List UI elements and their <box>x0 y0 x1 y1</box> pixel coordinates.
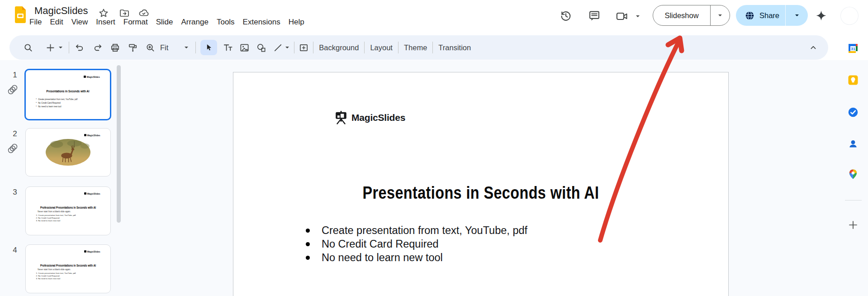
menu-format[interactable]: Format <box>119 16 152 28</box>
toolbar-separator <box>69 42 69 53</box>
google-slides-app: MagicSlides File Edit View Insert Format… <box>0 0 868 296</box>
google-keep-icon[interactable] <box>847 74 859 86</box>
menu-edit[interactable]: Edit <box>46 16 67 28</box>
thumbnail-logo: MagicSlides <box>84 134 100 137</box>
globe-icon <box>745 11 754 20</box>
redo-icon[interactable] <box>92 43 103 53</box>
slide-2-number: 2 <box>10 129 20 138</box>
layout-button[interactable]: Layout <box>370 43 393 52</box>
thumbnail-subtitle: Never start from a blank slide again. <box>38 268 71 271</box>
logo-mark <box>84 76 86 78</box>
menu-tools[interactable]: Tools <box>213 16 239 28</box>
slide-3-number: 3 <box>10 188 20 197</box>
toolbar-separator <box>313 42 313 53</box>
logo-mark <box>84 134 86 136</box>
slide-canvas[interactable]: MagicSlides Presentations in Seconds wit… <box>233 72 729 296</box>
line-options-caret-icon[interactable] <box>285 45 290 50</box>
bullet-marker <box>306 256 310 260</box>
deer-photo <box>45 138 91 166</box>
menu-file[interactable]: File <box>25 16 46 28</box>
bullet-item: No need to learn new tool <box>306 251 527 264</box>
zoom-icon[interactable] <box>145 43 156 53</box>
slide-2-transition-icon[interactable] <box>7 143 18 154</box>
comments-icon[interactable] <box>588 10 601 22</box>
thumbnail-numbered-list: 1. Create presentation from text, YouTub… <box>36 272 76 280</box>
fit-zoom-caret-icon[interactable] <box>184 45 189 50</box>
slideshow-label: Slideshow <box>653 11 710 20</box>
slide-thumbnail-4[interactable]: MagicSlides Professional Presentations i… <box>25 244 111 293</box>
thumbnail-logo: MagicSlides <box>84 250 100 253</box>
version-history-icon[interactable] <box>560 10 572 22</box>
slideshow-button[interactable]: Slideshow <box>653 5 730 26</box>
chevron-down-icon <box>794 13 800 18</box>
paint-format-icon[interactable] <box>128 43 138 53</box>
google-maps-icon[interactable] <box>847 168 859 180</box>
gemini-sparkle-icon[interactable] <box>815 10 827 22</box>
slide-1-transition-icon[interactable] <box>7 84 18 95</box>
magicslides-board-icon <box>335 111 347 124</box>
new-slide-icon[interactable] <box>45 43 56 53</box>
toolbar-separator <box>364 42 365 53</box>
document-title[interactable]: MagicSlides <box>34 5 88 17</box>
slide-4-number: 4 <box>10 246 20 255</box>
thumbnail-title: Professional Presentations in Seconds wi… <box>32 264 104 267</box>
share-options-button[interactable] <box>786 13 808 18</box>
slide-title-textbox[interactable]: Presentations in Seconds with AI <box>275 183 686 203</box>
share-button[interactable]: Share <box>736 5 808 26</box>
logo-mark <box>84 192 86 195</box>
menu-slide[interactable]: Slide <box>152 16 177 28</box>
slide-thumbnail-3[interactable]: MagicSlides Professional Presentations i… <box>25 186 111 235</box>
menu-arrange[interactable]: Arrange <box>177 16 212 28</box>
thumbnail-4-content: MagicSlides Professional Presentations i… <box>26 245 110 293</box>
menu-view[interactable]: View <box>67 16 92 28</box>
user-avatar[interactable] <box>841 7 858 24</box>
toolbar-separator <box>195 42 196 53</box>
thumbnail-subtitle: Never start from a blank slide again. <box>38 210 71 213</box>
slide-thumbnail-1[interactable]: MagicSlides Presentations in Seconds wit… <box>24 69 111 120</box>
filmstrip-scrollbar[interactable] <box>117 65 121 223</box>
slide-thumbnail-2[interactable]: MagicSlides <box>25 128 111 177</box>
hide-menus-icon[interactable] <box>808 43 818 53</box>
svg-text:31: 31 <box>851 47 855 51</box>
toolbar-separator <box>432 42 433 53</box>
thumbnail-logo: MagicSlides <box>84 192 100 195</box>
text-box-tool-icon[interactable] <box>223 43 233 53</box>
thumbnail-logo: MagicSlides <box>84 76 100 78</box>
slide-1-number: 1 <box>10 71 20 80</box>
insert-line-icon[interactable] <box>273 43 283 53</box>
slide-bullet-textbox[interactable]: Create presentation from text, YouTube, … <box>306 224 527 264</box>
google-tasks-icon[interactable] <box>847 106 859 118</box>
slide-logo-text: MagicSlides <box>351 112 405 123</box>
slide-logo[interactable]: MagicSlides <box>335 111 405 124</box>
logo-mark <box>84 250 86 253</box>
fit-zoom-select[interactable]: Fit <box>160 43 168 52</box>
thumbnail-numbered-list: 1. Create presentation from text, YouTub… <box>36 214 76 222</box>
transition-button[interactable]: Transition <box>438 43 471 52</box>
get-addons-icon[interactable] <box>848 220 858 230</box>
insert-placeholder-icon[interactable] <box>299 43 309 53</box>
search-menus-icon[interactable] <box>23 43 33 53</box>
thumbnail-2-content: MagicSlides <box>26 129 110 176</box>
menu-extensions[interactable]: Extensions <box>239 16 285 28</box>
thumbnail-title: Presentations in Seconds with AI <box>32 90 104 93</box>
join-call-icon[interactable] <box>616 10 628 23</box>
google-contacts-icon[interactable] <box>847 138 859 150</box>
print-icon[interactable] <box>110 43 120 53</box>
google-calendar-icon[interactable]: 31 <box>847 43 859 54</box>
thumbnail-title: Professional Presentations in Seconds wi… <box>32 206 104 209</box>
thumbnail-1-content: MagicSlides Presentations in Seconds wit… <box>26 70 110 119</box>
menu-insert[interactable]: Insert <box>92 16 119 28</box>
toolbar-separator <box>294 42 294 53</box>
main-toolbar: Fit Background Layout <box>9 35 828 60</box>
insert-shape-icon[interactable] <box>256 43 266 53</box>
select-tool-button[interactable] <box>200 40 217 55</box>
menu-help[interactable]: Help <box>285 16 308 28</box>
background-button[interactable]: Background <box>319 43 359 52</box>
slideshow-options-button[interactable] <box>711 13 730 18</box>
new-slide-caret-icon[interactable] <box>58 45 63 50</box>
insert-image-icon[interactable] <box>239 43 250 53</box>
theme-button[interactable]: Theme <box>404 43 427 52</box>
bullet-item: Create presentation from text, YouTube, … <box>306 224 527 237</box>
call-options-caret-icon[interactable] <box>635 14 640 19</box>
undo-icon[interactable] <box>75 43 85 53</box>
